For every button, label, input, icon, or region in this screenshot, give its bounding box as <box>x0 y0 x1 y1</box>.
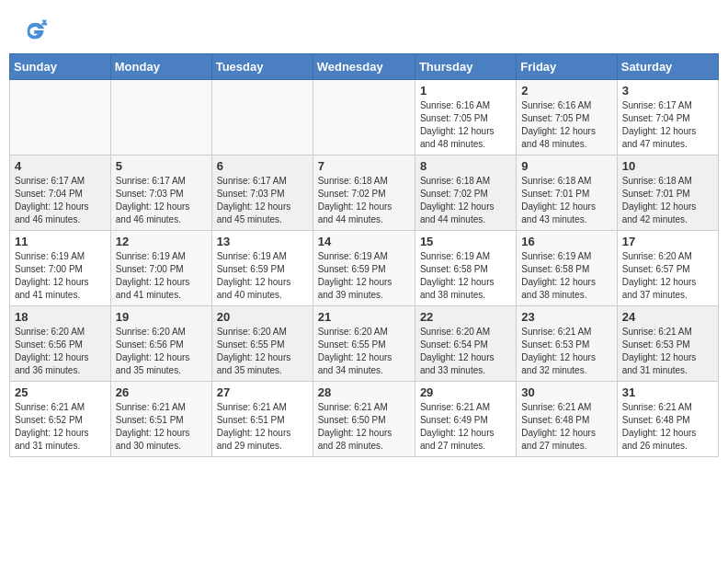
calendar-header-friday: Friday <box>517 54 617 80</box>
day-info: Sunrise: 6:21 AMSunset: 6:49 PMDaylight:… <box>420 401 511 453</box>
day-number: 21 <box>318 310 410 324</box>
calendar-cell: 15Sunrise: 6:19 AMSunset: 6:58 PMDayligh… <box>415 231 516 306</box>
day-number: 4 <box>15 159 106 173</box>
calendar-cell: 9Sunrise: 6:18 AMSunset: 7:01 PMDaylight… <box>517 155 617 231</box>
day-number: 7 <box>318 159 410 173</box>
day-info: Sunrise: 6:20 AMSunset: 6:55 PMDaylight:… <box>318 326 410 377</box>
calendar-header-monday: Monday <box>110 54 211 80</box>
day-info: Sunrise: 6:21 AMSunset: 6:48 PMDaylight:… <box>521 401 611 453</box>
day-info: Sunrise: 6:18 AMSunset: 7:02 PMDaylight:… <box>420 175 511 226</box>
calendar-cell: 17Sunrise: 6:20 AMSunset: 6:57 PMDayligh… <box>617 231 718 306</box>
calendar-cell: 2Sunrise: 6:16 AMSunset: 7:05 PMDaylight… <box>517 80 617 155</box>
day-number: 2 <box>521 84 611 98</box>
day-info: Sunrise: 6:19 AMSunset: 7:00 PMDaylight:… <box>15 250 106 302</box>
day-info: Sunrise: 6:19 AMSunset: 6:58 PMDaylight:… <box>420 250 511 302</box>
calendar-cell: 12Sunrise: 6:19 AMSunset: 7:00 PMDayligh… <box>110 231 211 306</box>
calendar-header-wednesday: Wednesday <box>313 54 415 80</box>
calendar-cell: 30Sunrise: 6:21 AMSunset: 6:48 PMDayligh… <box>517 382 617 457</box>
day-info: Sunrise: 6:21 AMSunset: 6:50 PMDaylight:… <box>318 401 410 453</box>
calendar-cell: 25Sunrise: 6:21 AMSunset: 6:52 PMDayligh… <box>10 382 111 457</box>
day-info: Sunrise: 6:17 AMSunset: 7:03 PMDaylight:… <box>116 175 207 226</box>
calendar-header-row: SundayMondayTuesdayWednesdayThursdayFrid… <box>10 54 719 80</box>
calendar-cell: 3Sunrise: 6:17 AMSunset: 7:04 PMDaylight… <box>617 80 718 155</box>
day-info: Sunrise: 6:18 AMSunset: 7:01 PMDaylight:… <box>521 175 611 226</box>
day-number: 13 <box>217 235 308 248</box>
calendar-cell <box>110 80 211 155</box>
calendar-cell: 31Sunrise: 6:21 AMSunset: 6:48 PMDayligh… <box>617 382 718 457</box>
calendar-cell <box>313 80 415 155</box>
calendar-cell <box>10 80 111 155</box>
calendar-cell: 20Sunrise: 6:20 AMSunset: 6:55 PMDayligh… <box>211 306 313 382</box>
day-number: 6 <box>217 159 308 173</box>
day-info: Sunrise: 6:19 AMSunset: 6:58 PMDaylight:… <box>521 250 611 302</box>
day-info: Sunrise: 6:17 AMSunset: 7:03 PMDaylight:… <box>217 175 308 226</box>
day-info: Sunrise: 6:20 AMSunset: 6:55 PMDaylight:… <box>217 326 308 377</box>
day-number: 20 <box>217 310 308 324</box>
page-header <box>9 9 719 49</box>
calendar-cell: 8Sunrise: 6:18 AMSunset: 7:02 PMDaylight… <box>415 155 516 231</box>
day-number: 28 <box>318 385 410 399</box>
day-info: Sunrise: 6:21 AMSunset: 6:51 PMDaylight:… <box>116 401 207 453</box>
day-number: 24 <box>622 310 713 324</box>
calendar-cell <box>211 80 313 155</box>
day-info: Sunrise: 6:21 AMSunset: 6:48 PMDaylight:… <box>622 401 713 453</box>
calendar-table: SundayMondayTuesdayWednesdayThursdayFrid… <box>9 53 719 457</box>
day-info: Sunrise: 6:18 AMSunset: 7:02 PMDaylight:… <box>318 175 410 226</box>
day-number: 27 <box>217 385 308 399</box>
day-info: Sunrise: 6:19 AMSunset: 6:59 PMDaylight:… <box>318 250 410 302</box>
calendar-cell: 13Sunrise: 6:19 AMSunset: 6:59 PMDayligh… <box>211 231 313 306</box>
calendar-week-row: 25Sunrise: 6:21 AMSunset: 6:52 PMDayligh… <box>10 382 719 457</box>
day-number: 14 <box>318 235 410 248</box>
calendar-cell: 24Sunrise: 6:21 AMSunset: 6:53 PMDayligh… <box>617 306 718 382</box>
day-info: Sunrise: 6:16 AMSunset: 7:05 PMDaylight:… <box>521 99 611 151</box>
day-number: 26 <box>116 385 207 399</box>
day-info: Sunrise: 6:20 AMSunset: 6:56 PMDaylight:… <box>116 326 207 377</box>
day-number: 25 <box>15 385 106 399</box>
calendar-week-row: 1Sunrise: 6:16 AMSunset: 7:05 PMDaylight… <box>10 80 719 155</box>
logo-icon <box>23 18 49 44</box>
day-number: 12 <box>116 235 207 248</box>
day-number: 16 <box>521 235 611 248</box>
day-number: 30 <box>521 385 611 399</box>
day-number: 31 <box>622 385 713 399</box>
day-number: 10 <box>622 159 713 173</box>
day-info: Sunrise: 6:18 AMSunset: 7:01 PMDaylight:… <box>622 175 713 226</box>
calendar-cell: 14Sunrise: 6:19 AMSunset: 6:59 PMDayligh… <box>313 231 415 306</box>
day-number: 1 <box>420 84 511 98</box>
day-number: 15 <box>420 235 511 248</box>
calendar-cell: 29Sunrise: 6:21 AMSunset: 6:49 PMDayligh… <box>415 382 516 457</box>
day-number: 18 <box>15 310 106 324</box>
calendar-cell: 18Sunrise: 6:20 AMSunset: 6:56 PMDayligh… <box>10 306 111 382</box>
day-number: 11 <box>15 235 106 248</box>
day-number: 29 <box>420 385 511 399</box>
calendar-header-sunday: Sunday <box>10 54 111 80</box>
calendar-cell: 26Sunrise: 6:21 AMSunset: 6:51 PMDayligh… <box>110 382 211 457</box>
calendar-cell: 6Sunrise: 6:17 AMSunset: 7:03 PMDaylight… <box>211 155 313 231</box>
day-number: 9 <box>521 159 611 173</box>
day-info: Sunrise: 6:20 AMSunset: 6:54 PMDaylight:… <box>420 326 511 377</box>
day-info: Sunrise: 6:21 AMSunset: 6:53 PMDaylight:… <box>521 326 611 377</box>
logo <box>23 18 51 44</box>
day-info: Sunrise: 6:20 AMSunset: 6:56 PMDaylight:… <box>15 326 106 377</box>
calendar-cell: 22Sunrise: 6:20 AMSunset: 6:54 PMDayligh… <box>415 306 516 382</box>
calendar-cell: 1Sunrise: 6:16 AMSunset: 7:05 PMDaylight… <box>415 80 516 155</box>
calendar-cell: 5Sunrise: 6:17 AMSunset: 7:03 PMDaylight… <box>110 155 211 231</box>
calendar-cell: 4Sunrise: 6:17 AMSunset: 7:04 PMDaylight… <box>10 155 111 231</box>
calendar-week-row: 11Sunrise: 6:19 AMSunset: 7:00 PMDayligh… <box>10 231 719 306</box>
day-number: 19 <box>116 310 207 324</box>
calendar-header-saturday: Saturday <box>617 54 718 80</box>
day-number: 8 <box>420 159 511 173</box>
day-info: Sunrise: 6:21 AMSunset: 6:51 PMDaylight:… <box>217 401 308 453</box>
day-number: 5 <box>116 159 207 173</box>
calendar-cell: 11Sunrise: 6:19 AMSunset: 7:00 PMDayligh… <box>10 231 111 306</box>
calendar-cell: 10Sunrise: 6:18 AMSunset: 7:01 PMDayligh… <box>617 155 718 231</box>
calendar-cell: 16Sunrise: 6:19 AMSunset: 6:58 PMDayligh… <box>517 231 617 306</box>
calendar-week-row: 4Sunrise: 6:17 AMSunset: 7:04 PMDaylight… <box>10 155 719 231</box>
day-info: Sunrise: 6:21 AMSunset: 6:53 PMDaylight:… <box>622 326 713 377</box>
day-number: 23 <box>521 310 611 324</box>
day-number: 17 <box>622 235 713 248</box>
day-number: 3 <box>622 84 713 98</box>
calendar-cell: 19Sunrise: 6:20 AMSunset: 6:56 PMDayligh… <box>110 306 211 382</box>
calendar-week-row: 18Sunrise: 6:20 AMSunset: 6:56 PMDayligh… <box>10 306 719 382</box>
calendar-cell: 21Sunrise: 6:20 AMSunset: 6:55 PMDayligh… <box>313 306 415 382</box>
